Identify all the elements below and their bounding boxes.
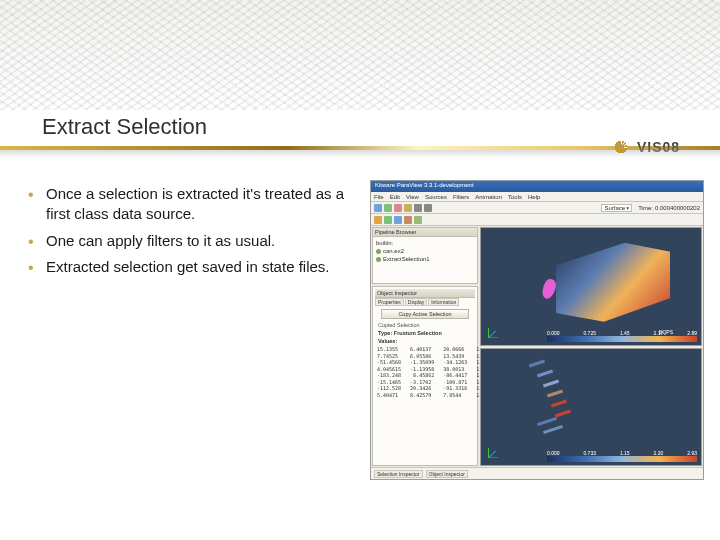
paraview-screenshot: Kitware ParaView 3.3.1-development File … [370, 180, 704, 480]
menu-item[interactable]: File [374, 194, 384, 200]
menu-item[interactable]: Tools [508, 194, 522, 200]
copy-active-selection-button[interactable]: Copy Active Selection [381, 309, 469, 319]
menu-item[interactable]: Help [528, 194, 540, 200]
status-bar: Selection Inspector Object Inspector [371, 467, 703, 479]
representation-dropdown[interactable]: Surface [601, 204, 632, 212]
toolbar-row-1: Surface Time: 0.000400000202 [371, 202, 703, 214]
orientation-axes-icon [485, 325, 501, 341]
pipeline-item[interactable]: builtin: [376, 239, 474, 247]
filter-icon[interactable] [394, 216, 402, 224]
menu-item[interactable]: Filters [453, 194, 469, 200]
object-inspector-panel: Object Inspector Properties Display Info… [372, 286, 478, 466]
slide-header-texture [0, 0, 720, 110]
filter-icon[interactable] [384, 216, 392, 224]
bullet-item: Extracted selection get saved in state f… [24, 257, 354, 277]
logo-text: VIS08 [637, 139, 680, 155]
conference-logo: VIS08 [590, 132, 700, 162]
slide-title: Extract Selection [42, 114, 207, 140]
filter-icon[interactable] [374, 216, 382, 224]
toolbar-row-2 [371, 214, 703, 226]
connect-icon[interactable] [394, 204, 402, 212]
selection-values: 15.1355 6.40137 20.0666 1 7.74525 6.0558… [375, 344, 475, 400]
bullet-list: Once a selection is extracted it's treat… [24, 184, 354, 283]
selection-type: Type: Frustum Selection [375, 328, 475, 338]
help-icon[interactable] [404, 204, 412, 212]
render-view-bottom[interactable]: 0.000 0.733 1.15 2.20 2.93 [480, 348, 702, 467]
selection-highlight [540, 278, 558, 301]
status-tab[interactable]: Selection Inspector [374, 470, 423, 478]
save-icon[interactable] [384, 204, 392, 212]
redo-icon[interactable] [424, 204, 432, 212]
visibility-icon[interactable] [376, 257, 381, 262]
glyph-field [529, 362, 661, 439]
menu-item[interactable]: Animation [475, 194, 502, 200]
tab-properties[interactable]: Properties [375, 298, 404, 306]
filter-icon[interactable] [414, 216, 422, 224]
pipeline-browser-panel: Pipeline Browser builtin: can.ex2 Extrac… [372, 227, 478, 284]
menu-item[interactable]: View [406, 194, 419, 200]
status-tab[interactable]: Object Inspector [426, 470, 468, 478]
tab-display[interactable]: Display [405, 298, 427, 306]
menu-item[interactable]: Sources [425, 194, 447, 200]
window-titlebar: Kitware ParaView 3.3.1-development [371, 181, 703, 192]
logo-burst-icon [610, 136, 632, 158]
undo-icon[interactable] [414, 204, 422, 212]
pipeline-item[interactable]: ExtractSelection1 [376, 255, 474, 263]
menu-item[interactable]: Edit [390, 194, 400, 200]
time-label: Time: [638, 205, 653, 211]
tab-information[interactable]: Information [428, 298, 459, 306]
open-icon[interactable] [374, 204, 382, 212]
visibility-icon[interactable] [376, 249, 381, 254]
bullet-item: Once a selection is extracted it's treat… [24, 184, 354, 225]
bullet-item: One can apply filters to it as usual. [24, 231, 354, 251]
menu-bar: File Edit View Sources Filters Animation… [371, 192, 703, 202]
panel-header: Object Inspector [375, 289, 475, 298]
filter-icon[interactable] [404, 216, 412, 224]
colorbar [547, 336, 697, 342]
time-value: 0.000400000202 [655, 205, 700, 211]
pipeline-item[interactable]: can.ex2 [376, 247, 474, 255]
panel-header: Pipeline Browser [373, 228, 477, 237]
pipeline-tree[interactable]: builtin: can.ex2 ExtractSelection1 [373, 237, 477, 283]
inspector-tabs: Properties Display Information [375, 298, 475, 306]
render-view-top[interactable]: EQPS 0.000 0.725 1.45 2.17 2.89 [480, 227, 702, 346]
orientation-axes-icon [485, 445, 501, 461]
colorbar [547, 456, 697, 462]
